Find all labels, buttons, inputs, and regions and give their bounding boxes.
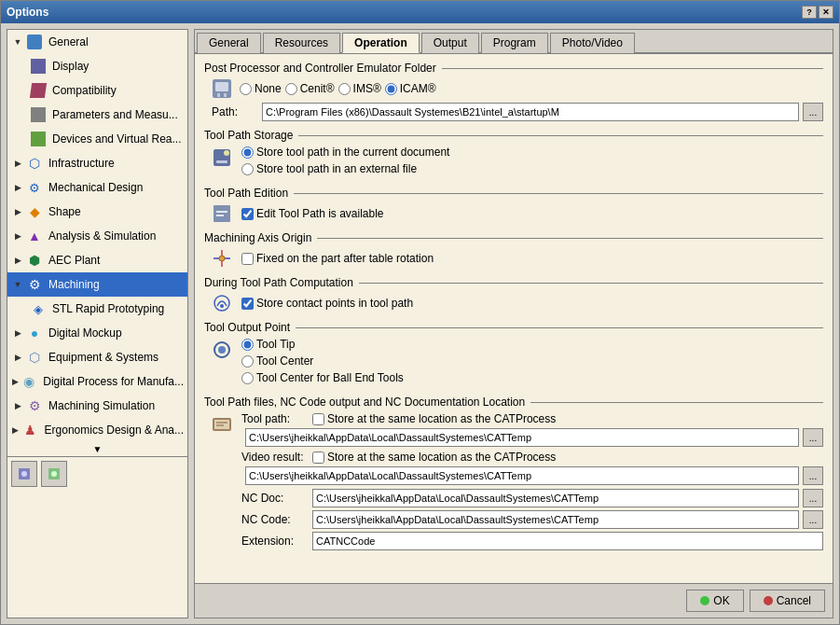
cancel-button[interactable]: Cancel: [750, 590, 825, 612]
tpe-checkbox[interactable]: [241, 208, 254, 220]
top-radio1[interactable]: Tool Tip: [241, 338, 295, 351]
sidebar-item-infrastructure[interactable]: ▶ ⬡ Infrastructure: [7, 151, 187, 175]
expander-ergo: ▶: [11, 424, 21, 437]
svg-rect-12: [216, 211, 227, 213]
browse-btn-pp[interactable]: ...: [803, 103, 823, 121]
tpf-tp-path-row: ...: [245, 428, 823, 447]
radio-ims[interactable]: IMS®: [338, 82, 381, 95]
general-icon: [24, 32, 45, 52]
ok-label: OK: [713, 594, 729, 607]
sidebar-item-display[interactable]: Display: [7, 54, 187, 78]
svg-point-20: [218, 346, 226, 354]
tpf-nc-code-browse-btn[interactable]: ...: [803, 510, 823, 529]
tab-output[interactable]: Output: [421, 33, 479, 53]
tpf-nc-code-row: NC Code: ...: [241, 510, 823, 529]
sidebar-item-shape[interactable]: ▶ ◆ Shape: [7, 200, 187, 224]
tpf-tp-browse-btn[interactable]: ...: [803, 428, 823, 447]
svg-point-1: [21, 471, 27, 477]
top-radio1-input[interactable]: [241, 339, 254, 351]
tps-radio2-label: Store tool path in an external file: [256, 162, 417, 175]
section-toolpath-files: Tool Path files, NC Code output and NC D…: [204, 396, 823, 550]
dtpc-checkbox[interactable]: [241, 298, 254, 310]
tps-radio2-input[interactable]: [241, 163, 254, 175]
radio-cenit[interactable]: Cenit®: [285, 82, 335, 95]
sidebar-item-compatibility[interactable]: Compatibility: [7, 78, 187, 103]
path-input-pp[interactable]: [262, 103, 799, 121]
section-header-top: Tool Output Point: [204, 321, 823, 334]
tpf-nc-code-input[interactable]: [312, 510, 799, 529]
sidebar-item-machining[interactable]: ▼ ⚙ Machining: [7, 272, 187, 297]
tpf-vr-path-row: ...: [245, 466, 823, 485]
sidebar-btn1[interactable]: [11, 461, 37, 487]
mao-icon: [212, 248, 232, 269]
sidebar-item-parameters[interactable]: Parameters and Measu...: [7, 103, 187, 127]
tpf-ext-row: Extension:: [241, 532, 823, 550]
help-button[interactable]: ?: [802, 6, 817, 19]
tps-radio1[interactable]: Store tool path in the current document: [241, 146, 449, 159]
tab-operation[interactable]: Operation: [342, 33, 420, 53]
tab-photovideo[interactable]: Photo/Video: [550, 33, 635, 53]
sidebar-item-digital[interactable]: ▶ ● Digital Mockup: [7, 321, 187, 345]
tpe-icon: [212, 203, 232, 224]
top-radio3[interactable]: Tool Center for Ball End Tools: [241, 371, 404, 384]
sidebar-item-general[interactable]: ▼ General: [7, 30, 187, 54]
top-option3-row: Tool Center for Ball End Tools: [241, 371, 404, 384]
tab-program[interactable]: Program: [481, 33, 548, 53]
section-title-mao: Machining Axis Origin: [204, 231, 311, 244]
radio-icam-input[interactable]: [385, 83, 397, 95]
radio-none[interactable]: None: [240, 82, 282, 95]
tpf-vr-path-input[interactable]: [245, 466, 799, 485]
sidebar-item-aec[interactable]: ▶ ⬢ AEC Plant: [7, 248, 187, 272]
sidebar-scroll-down[interactable]: ▼: [7, 442, 187, 456]
tpf-vr-checkbox[interactable]: [312, 451, 324, 464]
svg-point-16: [219, 256, 225, 261]
tab-general[interactable]: General: [197, 33, 261, 53]
section-content-tps: Store tool path in the current document …: [204, 146, 823, 179]
tpf-tp-checkbox[interactable]: [312, 413, 324, 425]
tpf-tp-checkbox-label[interactable]: Store at the same location as the CATPro…: [312, 412, 556, 425]
sidebar-item-mechanical[interactable]: ▶ ⚙ Mechanical Design: [7, 175, 187, 200]
sidebar-item-ergo[interactable]: ▶ ♟ Ergonomics Design & Ana...: [7, 418, 187, 442]
top-radio-group: Tool Tip Tool Center: [241, 338, 404, 388]
top-radio3-input[interactable]: [241, 372, 254, 384]
tpf-vr-checkbox-label[interactable]: Store at the same location as the CATPro…: [312, 451, 556, 464]
post-processor-icon: [212, 78, 232, 99]
tpf-ext-input[interactable]: [312, 532, 823, 550]
tpf-vr-browse-btn[interactable]: ...: [803, 466, 823, 485]
radio-icam[interactable]: ICAM®: [385, 82, 436, 95]
radio-ims-input[interactable]: [338, 83, 351, 95]
mao-checkbox-label[interactable]: Fixed on the part after table rotation: [241, 252, 434, 265]
top-option1-row: Tool Tip: [241, 338, 404, 351]
top-radio2-input[interactable]: [241, 355, 254, 368]
sidebar-item-devices[interactable]: Devices and Virtual Rea...: [7, 127, 187, 151]
sidebar-item-analysis[interactable]: ▶ ▲ Analysis & Simulation: [7, 224, 187, 248]
mao-checkbox[interactable]: [241, 253, 254, 265]
sidebar-item-digproc[interactable]: ▶ ◉ Digital Process for Manufa...: [7, 369, 187, 394]
dtpc-icon: [212, 293, 232, 313]
tpe-checkbox-label[interactable]: Edit Tool Path is available: [241, 207, 384, 220]
tpf-tp-path-input[interactable]: [245, 428, 799, 447]
tps-radio2[interactable]: Store tool path in an external file: [241, 162, 417, 175]
radio-none-input[interactable]: [240, 83, 252, 95]
top-icon: [212, 340, 232, 360]
close-button[interactable]: ✕: [819, 6, 833, 19]
radio-cenit-input[interactable]: [285, 83, 297, 95]
section-content-dtpc: Store contact points in tool path: [204, 293, 823, 313]
ok-button[interactable]: OK: [686, 590, 743, 612]
top-radio2[interactable]: Tool Center: [241, 354, 313, 368]
expander-machsim: ▶: [11, 399, 24, 412]
tab-resources[interactable]: Resources: [263, 33, 340, 53]
dtpc-checkbox-label[interactable]: Store contact points in tool path: [241, 297, 413, 310]
sidebar-item-stl[interactable]: ◈ STL Rapid Prototyping: [7, 297, 187, 321]
tpf-nc-doc-input[interactable]: [312, 489, 799, 507]
tpf-nc-doc-browse-btn[interactable]: ...: [803, 489, 823, 507]
top-radio3-label: Tool Center for Ball End Tools: [256, 371, 404, 384]
sidebar-btn2[interactable]: [41, 461, 67, 487]
tps-radio1-label: Store tool path in the current document: [256, 146, 449, 159]
sidebar-item-machsim[interactable]: ▶ ⚙ Machining Simulation: [7, 394, 187, 418]
tab-bar: General Resources Operation Output Progr…: [195, 30, 833, 54]
sidebar-bottom-bar: [7, 456, 187, 491]
sidebar-item-equipment[interactable]: ▶ ⬡ Equipment & Systems: [7, 345, 187, 369]
radio-icam-label: ICAM®: [400, 82, 436, 95]
tps-radio1-input[interactable]: [241, 146, 254, 159]
